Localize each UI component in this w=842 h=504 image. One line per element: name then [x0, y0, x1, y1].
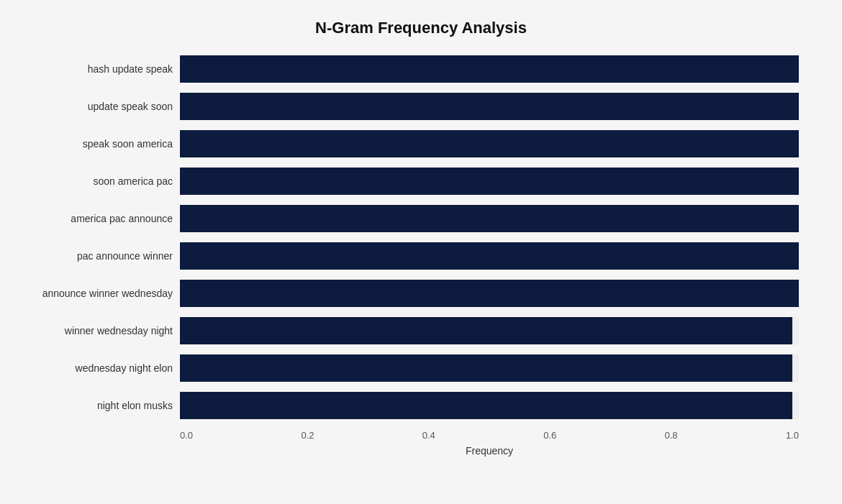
bar-background	[180, 130, 799, 157]
bar-background	[180, 55, 799, 83]
bar-label: pac announce winner	[22, 250, 173, 262]
bar-label: speak soon america	[22, 138, 173, 150]
bar-fill	[180, 392, 792, 419]
bar-row: speak soon america	[180, 125, 799, 162]
bar-background	[180, 280, 799, 307]
x-axis: 0.00.20.40.60.81.0	[180, 424, 799, 441]
chart-title: N-Gram Frequency Analysis	[22, 19, 820, 37]
bar-label: hash update speak	[22, 63, 173, 75]
chart-container: N-Gram Frequency Analysis hash update sp…	[7, 4, 835, 500]
bar-background	[180, 242, 799, 270]
bar-row: announce winner wednesday	[180, 275, 799, 312]
x-tick: 0.0	[180, 430, 193, 441]
bar-row: hash update speak	[180, 50, 799, 88]
bar-fill	[180, 205, 799, 232]
bar-fill	[180, 93, 799, 120]
bar-row: america pac announce	[180, 200, 799, 237]
bar-background	[180, 392, 799, 419]
bar-row: winner wednesday night	[180, 312, 799, 349]
bar-background	[180, 93, 799, 120]
x-tick: 1.0	[786, 430, 799, 441]
bar-row: soon america pac	[180, 162, 799, 200]
bar-fill	[180, 354, 792, 382]
bar-background	[180, 168, 799, 195]
x-tick: 0.6	[543, 430, 556, 441]
bar-row: update speak soon	[180, 88, 799, 125]
chart-area: hash update speakupdate speak soonspeak …	[180, 50, 799, 424]
bar-fill	[180, 280, 799, 307]
bar-label: wednesday night elon	[22, 362, 173, 374]
bar-background	[180, 354, 799, 382]
bar-fill	[180, 130, 799, 157]
bar-label: announce winner wednesday	[22, 288, 173, 299]
bar-row: wednesday night elon	[180, 349, 799, 387]
x-tick: 0.2	[301, 430, 314, 441]
bar-fill	[180, 242, 799, 270]
x-axis-label: Frequency	[180, 445, 799, 457]
bar-background	[180, 205, 799, 232]
bar-label: soon america pac	[22, 175, 173, 187]
bar-fill	[180, 317, 792, 344]
bar-background	[180, 317, 799, 344]
bar-row: night elon musks	[180, 387, 799, 424]
x-tick: 0.8	[665, 430, 678, 441]
bar-label: update speak soon	[22, 101, 173, 112]
bar-fill	[180, 168, 799, 195]
bar-label: america pac announce	[22, 213, 173, 224]
bars-wrapper: hash update speakupdate speak soonspeak …	[22, 50, 820, 424]
bar-label: night elon musks	[22, 400, 173, 411]
x-tick: 0.4	[422, 430, 435, 441]
bar-row: pac announce winner	[180, 237, 799, 275]
bar-label: winner wednesday night	[22, 325, 173, 336]
bar-fill	[180, 55, 799, 83]
